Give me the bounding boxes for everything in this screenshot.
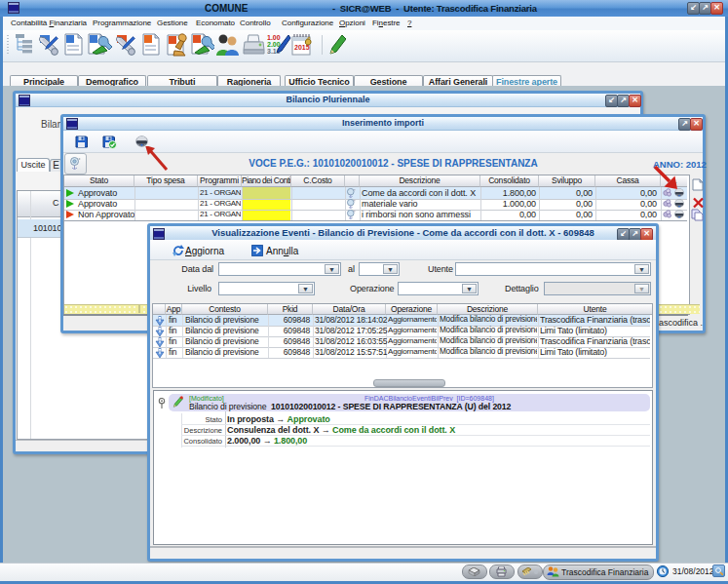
svg-text:2.00: 2.00 — [267, 41, 281, 48]
svg-text:1.00: 1.00 — [267, 34, 281, 41]
